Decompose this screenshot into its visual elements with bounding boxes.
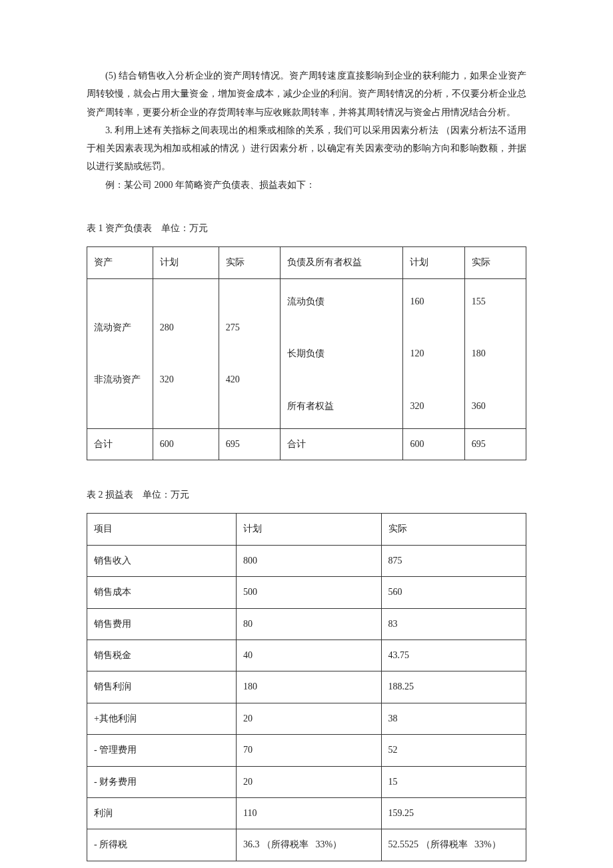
- header-liab-equity: 负债及所有者权益: [280, 247, 403, 278]
- header-asset: 资产: [87, 247, 153, 278]
- header-actual: 实际: [381, 514, 526, 545]
- total-label: 合计: [87, 428, 153, 460]
- cell: 销售税金: [87, 640, 237, 671]
- cell: 销售收入: [87, 545, 237, 576]
- cell: 40: [237, 640, 381, 671]
- table1-caption: 表 1 资产负债表 单位：万元: [87, 219, 526, 237]
- table-row: 利润 110 159.25: [87, 797, 526, 829]
- cell: 110: [237, 797, 381, 829]
- cell: 83: [381, 608, 526, 640]
- total-label2: 合计: [280, 428, 403, 460]
- income-statement-table: 项目 计划 实际 销售收入 800 875 销售成本 500 560 销售费用 …: [87, 513, 526, 861]
- cell: 159.25: [381, 797, 526, 829]
- cell: 52.5525 （所得税率 33%）: [381, 829, 526, 861]
- header-plan: 计划: [153, 247, 219, 278]
- header-plan: 计划: [237, 514, 381, 545]
- cell: 560: [381, 577, 526, 608]
- cell: 188.25: [381, 671, 526, 703]
- total-actual2: 695: [464, 428, 526, 460]
- table-row: 销售税金 40 43.75: [87, 640, 526, 671]
- cell: 38: [381, 703, 526, 734]
- cell: 20: [237, 703, 381, 734]
- table-row: 合计 600 695 合计 600 695: [87, 428, 526, 460]
- cell: +其他利润: [87, 703, 237, 734]
- total-plan2: 600: [403, 428, 464, 460]
- paragraph-example: 例：某公司 2000 年简略资产负债表、损益表如下：: [87, 176, 526, 194]
- cell: 52: [381, 735, 526, 766]
- asset-plan: 280 320: [153, 278, 219, 428]
- header-actual: 实际: [219, 247, 280, 278]
- cell: 800: [237, 545, 381, 576]
- table-row: 销售收入 800 875: [87, 545, 526, 576]
- cell: - 管理费用: [87, 735, 237, 766]
- cell: 70: [237, 735, 381, 766]
- paragraph-3: 3. 利用上述有关指标之间表现出的相乘或相除的关系，我们可以采用因素分析法 （因…: [87, 121, 526, 176]
- cell: 15: [381, 766, 526, 797]
- table-row: 销售成本 500 560: [87, 577, 526, 608]
- asset-actual: 275 420: [219, 278, 280, 428]
- cell: 500: [237, 577, 381, 608]
- cell: - 财务费用: [87, 766, 237, 797]
- table-row: 流动资产 非流动资产 280 320 275 420 流动负债 长期负债 所有者…: [87, 278, 526, 428]
- cell: 875: [381, 545, 526, 576]
- cell: 销售利润: [87, 671, 237, 703]
- asset-labels: 流动资产 非流动资产: [87, 278, 153, 428]
- total-actual: 695: [219, 428, 280, 460]
- cell: 销售成本: [87, 577, 237, 608]
- cell: 销售费用: [87, 608, 237, 640]
- paragraph-5: (5) 结合销售收入分析企业的资产周转情况。资产周转速度直接影响到企业的获利能力…: [87, 67, 526, 121]
- header-item: 项目: [87, 514, 237, 545]
- table-row: - 所得税 36.3 （所得税率 33%） 52.5525 （所得税率 33%）: [87, 829, 526, 861]
- table-row: - 财务费用 20 15: [87, 766, 526, 797]
- header-plan2: 计划: [403, 247, 464, 278]
- total-plan: 600: [153, 428, 219, 460]
- liab-plan: 160 120 320: [403, 278, 464, 428]
- table-row: +其他利润 20 38: [87, 703, 526, 734]
- cell: 43.75: [381, 640, 526, 671]
- cell: - 所得税: [87, 829, 237, 861]
- table-row: 销售利润 180 188.25: [87, 671, 526, 703]
- cell: 36.3 （所得税率 33%）: [237, 829, 381, 861]
- table-row: 销售费用 80 83: [87, 608, 526, 640]
- balance-sheet-table: 资产 计划 实际 负债及所有者权益 计划 实际 流动资产 非流动资产 280 3…: [87, 246, 526, 460]
- cell: 180: [237, 671, 381, 703]
- table-row: - 管理费用 70 52: [87, 735, 526, 766]
- cell: 20: [237, 766, 381, 797]
- cell: 利润: [87, 797, 237, 829]
- table-row: 资产 计划 实际 负债及所有者权益 计划 实际: [87, 247, 526, 278]
- table-row: 项目 计划 实际: [87, 514, 526, 545]
- table2-caption: 表 2 损益表 单位：万元: [87, 486, 526, 504]
- liab-actual: 155 180 360: [464, 278, 526, 428]
- liab-labels: 流动负债 长期负债 所有者权益: [280, 278, 403, 428]
- cell: 80: [237, 608, 381, 640]
- header-actual2: 实际: [464, 247, 526, 278]
